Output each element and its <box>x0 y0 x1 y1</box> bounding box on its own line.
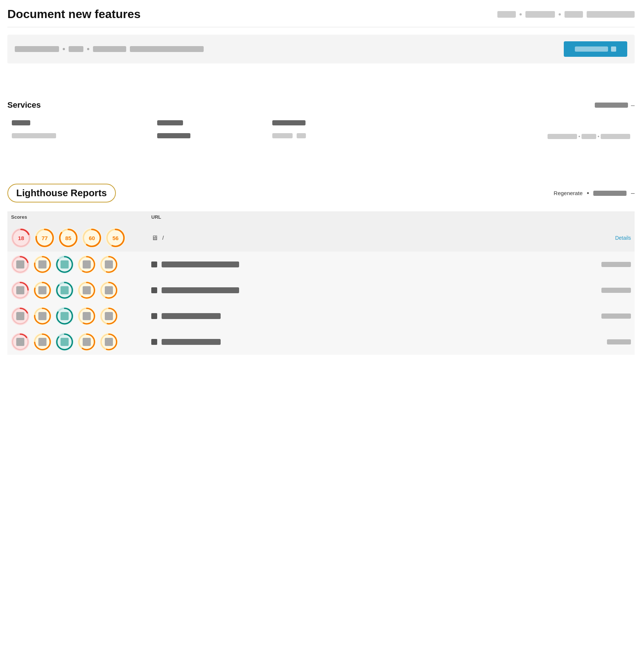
services-header: Services – <box>7 100 635 110</box>
table-row <box>7 252 635 277</box>
filter-pill-1 <box>15 46 59 52</box>
score-inner-sq <box>38 260 46 269</box>
score-ph-orange-6[interactable] <box>100 281 118 299</box>
score-ph-orange-12[interactable] <box>100 333 118 351</box>
services-header-row <box>7 117 635 129</box>
score-ph-teal-2[interactable] <box>55 281 74 299</box>
lighthouse-header: Lighthouse Reports Regenerate – <box>7 184 635 202</box>
details-link-1[interactable]: Details <box>615 235 631 241</box>
score-ph-orange-8[interactable] <box>77 307 96 325</box>
url-result-4 <box>601 314 631 319</box>
score-ph-teal-4[interactable] <box>55 333 74 351</box>
score-inner-sq <box>16 260 24 269</box>
scores-group-2 <box>11 255 144 274</box>
score-circle-56[interactable]: 56 <box>106 228 125 248</box>
score-inner-sq <box>16 286 24 294</box>
lh-header-row: Scores URL <box>7 211 635 224</box>
url-result-5 <box>607 339 631 344</box>
services-table <box>7 117 635 143</box>
page-header: Document new features <box>7 0 635 27</box>
score-inner-sq <box>105 312 113 320</box>
score-ph-red-1[interactable] <box>11 255 30 274</box>
lh-url-row-5 <box>151 339 631 345</box>
lh-url-row-2 <box>151 261 631 267</box>
score-circle-18[interactable]: 18 <box>11 228 31 248</box>
service-action-2 <box>581 134 596 139</box>
service-actions-cell <box>384 129 635 143</box>
score-ph-teal-3[interactable] <box>55 307 74 325</box>
lh-scores-cell-1: 18 77 <box>7 224 148 252</box>
score-inner-sq <box>105 338 113 346</box>
action-dot-1 <box>579 136 580 137</box>
lighthouse-title: Lighthouse Reports <box>16 187 107 198</box>
url-path-1: / <box>162 235 164 241</box>
table-row <box>7 303 635 329</box>
service-val-3b <box>297 133 306 138</box>
scores-group-5 <box>11 333 144 351</box>
score-ph-orange-10[interactable] <box>33 333 52 351</box>
url-placeholder-5 <box>162 339 221 345</box>
score-ph-red-2[interactable] <box>11 281 30 299</box>
services-col-1 <box>7 117 153 129</box>
page-title: Document new features <box>7 7 141 21</box>
score-ph-orange-7[interactable] <box>33 307 52 325</box>
mobile-icon-5 <box>151 339 157 345</box>
score-circle-60[interactable]: 60 <box>82 228 102 248</box>
lh-scores-cell-2 <box>7 252 148 277</box>
services-section: Services – <box>7 100 635 143</box>
score-ph-orange-9[interactable] <box>100 307 118 325</box>
lh-url-cell-3 <box>148 277 635 303</box>
services-col-3 <box>268 117 384 129</box>
services-title: Services <box>7 100 41 110</box>
score-ph-teal-1[interactable] <box>55 255 74 274</box>
table-row: 18 77 <box>7 224 635 252</box>
regenerate-button[interactable]: Regenerate <box>554 190 583 196</box>
lighthouse-title-wrap: Lighthouse Reports <box>7 184 116 202</box>
header-pill-2 <box>525 11 555 18</box>
score-ph-orange-1[interactable] <box>33 255 52 274</box>
service-val-2 <box>157 133 190 138</box>
lh-action-dot <box>587 192 589 194</box>
header-dot-2 <box>559 13 561 15</box>
score-ph-orange-4[interactable] <box>33 281 52 299</box>
lh-url-cell-4 <box>148 303 635 329</box>
filter-icon <box>611 46 616 52</box>
filter-pill-4 <box>130 46 204 52</box>
score-ph-red-3[interactable] <box>11 307 30 325</box>
score-inner-sq <box>16 312 24 320</box>
service-cell-2 <box>153 129 268 143</box>
filter-bar <box>7 35 635 63</box>
url-placeholder-4 <box>162 313 221 319</box>
score-ph-red-4[interactable] <box>11 333 30 351</box>
mobile-icon-3 <box>151 287 157 293</box>
col-header-1 <box>12 120 30 125</box>
lighthouse-table: Scores URL <box>7 211 635 355</box>
lh-collapse-icon[interactable]: – <box>631 189 635 197</box>
score-ph-orange-2[interactable] <box>77 255 96 274</box>
desktop-icon: 🖥 <box>151 234 158 242</box>
service-val-1 <box>12 133 56 138</box>
score-inner-sq <box>83 260 91 269</box>
scores-group-1: 18 77 <box>11 228 144 248</box>
score-ph-orange-5[interactable] <box>77 281 96 299</box>
score-value-60: 60 <box>89 235 95 241</box>
lh-url-row-3 <box>151 287 631 293</box>
score-inner-sq <box>83 312 91 320</box>
lh-url-cell-2 <box>148 252 635 277</box>
filter-pill-2 <box>69 46 83 52</box>
url-placeholder-2 <box>162 261 239 267</box>
url-result-2 <box>601 262 631 267</box>
score-circle-85[interactable]: 85 <box>58 228 78 248</box>
score-circle-77[interactable]: 77 <box>35 228 55 248</box>
services-collapse-icon[interactable]: – <box>631 101 635 109</box>
mobile-icon-4 <box>151 313 157 319</box>
lh-action-pill <box>593 191 627 196</box>
service-cell-3 <box>268 129 384 143</box>
url-result-3 <box>601 288 631 293</box>
lh-scores-cell-5 <box>7 329 148 355</box>
score-ph-orange-3[interactable] <box>100 255 118 274</box>
score-ph-orange-11[interactable] <box>77 333 96 351</box>
filter-btn-label <box>575 46 608 52</box>
service-action-3 <box>601 134 630 139</box>
filter-button[interactable] <box>564 41 627 57</box>
